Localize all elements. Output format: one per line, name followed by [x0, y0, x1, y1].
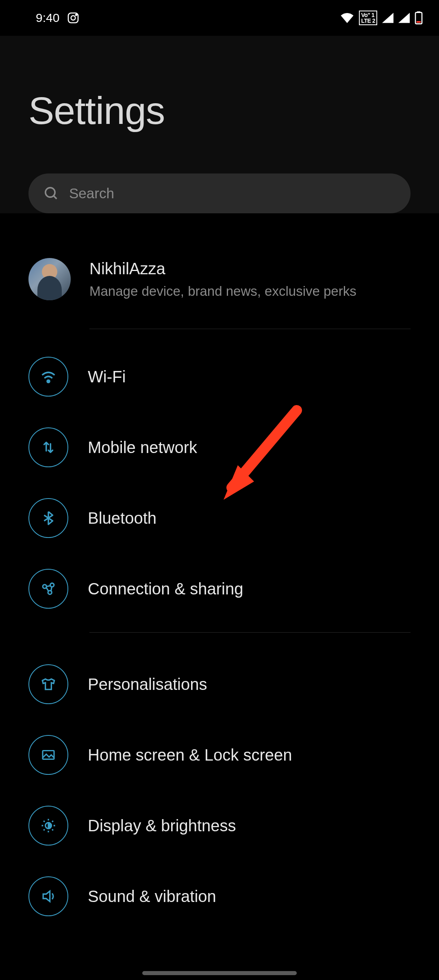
group-divider [89, 632, 411, 633]
item-label: Home screen & Lock screen [88, 746, 292, 764]
page-title: Settings [28, 89, 411, 133]
item-label: Mobile network [88, 438, 197, 457]
settings-item-mobile-network[interactable]: Mobile network [28, 412, 411, 483]
battery-icon [415, 11, 423, 24]
settings-item-wifi[interactable]: Wi-Fi [28, 341, 411, 412]
mobile-data-icon [28, 427, 68, 467]
item-label: Personalisations [88, 675, 207, 694]
navigation-handle[interactable] [142, 971, 297, 975]
svg-point-10 [50, 583, 54, 587]
settings-item-bluetooth[interactable]: Bluetooth [28, 483, 411, 553]
share-icon [28, 569, 68, 609]
settings-item-sound-vibration[interactable]: Sound & vibration [28, 861, 411, 932]
item-label: Wi-Fi [88, 368, 126, 386]
header: Settings Search [0, 36, 439, 213]
settings-item-connection-sharing[interactable]: Connection & sharing [28, 553, 411, 624]
sound-icon [28, 876, 68, 916]
wifi-icon [28, 357, 68, 397]
svg-line-7 [54, 196, 57, 199]
signal-1-icon [382, 13, 393, 23]
tshirt-icon [28, 664, 68, 704]
brightness-icon [28, 806, 68, 846]
instagram-icon [67, 11, 80, 24]
bluetooth-icon [28, 498, 68, 538]
svg-point-6 [46, 188, 55, 197]
status-time: 9:40 [36, 11, 59, 25]
svg-point-8 [47, 380, 50, 383]
svg-point-2 [76, 14, 77, 15]
image-icon [28, 735, 68, 775]
item-label: Connection & sharing [88, 580, 243, 598]
avatar [28, 258, 71, 300]
signal-2-icon [398, 13, 410, 23]
item-label: Bluetooth [88, 509, 156, 527]
settings-group-display: Personalisations Home screen & Lock scre… [28, 645, 411, 932]
svg-rect-12 [43, 751, 54, 759]
svg-point-1 [71, 16, 76, 20]
account-subtitle: Manage device, brand news, exclusive per… [89, 284, 356, 299]
search-bar[interactable]: Search [28, 173, 411, 213]
volte-indicator: Vo" 1 LTE 2 [359, 11, 377, 25]
status-bar: 9:40 Vo" 1 LTE 2 [0, 0, 439, 36]
settings-item-personalisations[interactable]: Personalisations [28, 649, 411, 720]
account-name: NikhilAzza [89, 260, 356, 278]
svg-rect-5 [417, 21, 421, 23]
settings-group-connectivity: Wi-Fi Mobile network Bluetooth [28, 329, 411, 624]
item-label: Display & brightness [88, 817, 236, 835]
settings-item-home-lock[interactable]: Home screen & Lock screen [28, 720, 411, 790]
wifi-status-icon [340, 13, 354, 23]
search-icon [43, 185, 59, 202]
search-placeholder: Search [69, 185, 114, 202]
item-label: Sound & vibration [88, 887, 216, 906]
settings-item-display-brightness[interactable]: Display & brightness [28, 790, 411, 861]
account-row[interactable]: NikhilAzza Manage device, brand news, ex… [28, 213, 411, 329]
